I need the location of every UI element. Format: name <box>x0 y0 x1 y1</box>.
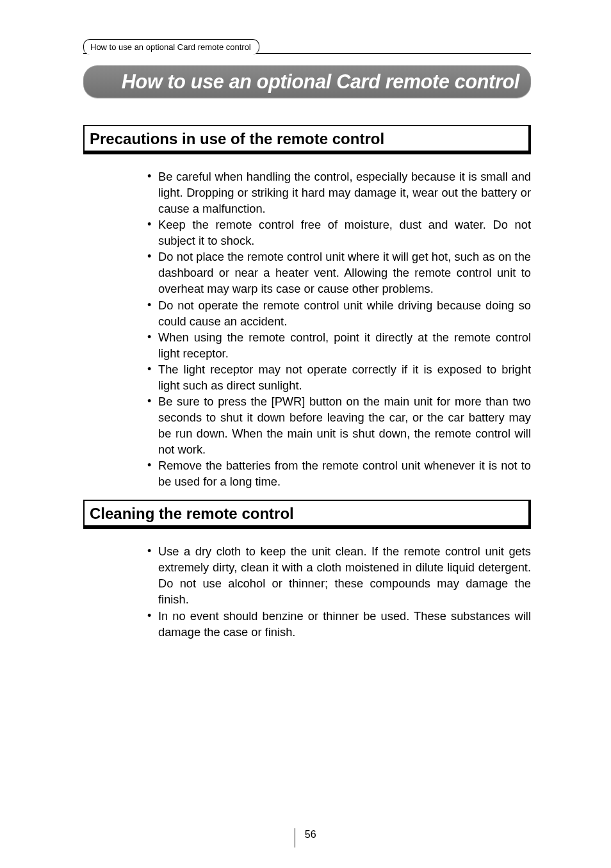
list-item: Remove the batteries from the remote con… <box>147 457 531 489</box>
list-item: Keep the remote control free of moisture… <box>147 217 531 249</box>
page-title-bar: How to use an optional Card remote contr… <box>83 65 531 98</box>
section-heading-precautions: Precautions in use of the remote control <box>83 125 531 154</box>
list-item: Be careful when handling the control, es… <box>147 168 531 217</box>
page-number-wrap: 56 <box>0 826 611 845</box>
list-item: In no event should benzine or thinner be… <box>147 608 531 640</box>
page-number-divider <box>295 828 295 848</box>
precautions-list: Be careful when handling the control, es… <box>147 168 531 489</box>
header-tab-label: How to use an optional Card remote contr… <box>83 39 259 54</box>
section-heading-cleaning: Cleaning the remote control <box>83 500 531 529</box>
list-item: When using the remote control, point it … <box>147 329 531 361</box>
list-item: The light receptor may not operate corre… <box>147 361 531 393</box>
page-title: How to use an optional Card remote contr… <box>95 70 519 93</box>
list-item: Be sure to press the [PWR] button on the… <box>147 393 531 457</box>
document-page: How to use an optional Card remote contr… <box>0 0 611 640</box>
list-item: Use a dry cloth to keep the unit clean. … <box>147 543 531 607</box>
header-tab-wrap: How to use an optional Card remote contr… <box>83 38 531 54</box>
list-item: Do not operate the remote control unit w… <box>147 297 531 329</box>
list-item: Do not place the remote control unit whe… <box>147 249 531 297</box>
cleaning-list: Use a dry cloth to keep the unit clean. … <box>147 543 531 639</box>
page-number: 56 <box>305 829 316 840</box>
